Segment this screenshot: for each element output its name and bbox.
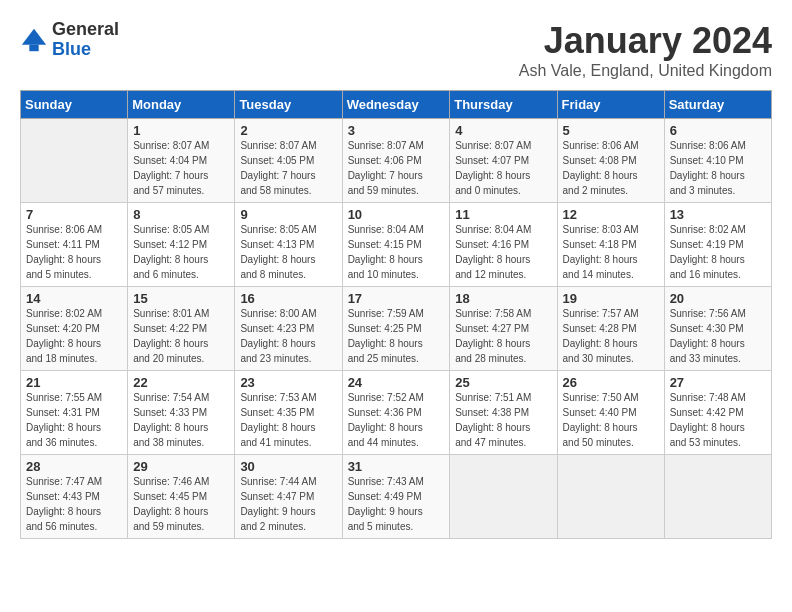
day-info: Sunrise: 8:03 AM Sunset: 4:18 PM Dayligh… [563,222,659,282]
day-info: Sunrise: 7:46 AM Sunset: 4:45 PM Dayligh… [133,474,229,534]
day-number: 4 [455,123,551,138]
day-number: 16 [240,291,336,306]
day-info: Sunrise: 8:06 AM Sunset: 4:10 PM Dayligh… [670,138,766,198]
day-number: 7 [26,207,122,222]
calendar-cell: 5Sunrise: 8:06 AM Sunset: 4:08 PM Daylig… [557,119,664,203]
day-info: Sunrise: 7:59 AM Sunset: 4:25 PM Dayligh… [348,306,445,366]
day-info: Sunrise: 7:48 AM Sunset: 4:42 PM Dayligh… [670,390,766,450]
day-number: 21 [26,375,122,390]
day-info: Sunrise: 8:04 AM Sunset: 4:16 PM Dayligh… [455,222,551,282]
calendar-cell: 25Sunrise: 7:51 AM Sunset: 4:38 PM Dayli… [450,371,557,455]
day-info: Sunrise: 7:47 AM Sunset: 4:43 PM Dayligh… [26,474,122,534]
month-title: January 2024 [519,20,772,62]
day-info: Sunrise: 7:56 AM Sunset: 4:30 PM Dayligh… [670,306,766,366]
calendar-cell: 20Sunrise: 7:56 AM Sunset: 4:30 PM Dayli… [664,287,771,371]
day-number: 18 [455,291,551,306]
calendar-cell: 1Sunrise: 8:07 AM Sunset: 4:04 PM Daylig… [128,119,235,203]
day-number: 20 [670,291,766,306]
svg-marker-1 [22,29,46,45]
calendar-cell: 14Sunrise: 8:02 AM Sunset: 4:20 PM Dayli… [21,287,128,371]
logo-text: General Blue [52,20,119,60]
calendar-cell [664,455,771,539]
day-number: 29 [133,459,229,474]
day-number: 15 [133,291,229,306]
calendar-cell: 30Sunrise: 7:44 AM Sunset: 4:47 PM Dayli… [235,455,342,539]
calendar-cell: 17Sunrise: 7:59 AM Sunset: 4:25 PM Dayli… [342,287,450,371]
day-number: 13 [670,207,766,222]
day-number: 9 [240,207,336,222]
calendar-cell: 6Sunrise: 8:06 AM Sunset: 4:10 PM Daylig… [664,119,771,203]
calendar-cell: 22Sunrise: 7:54 AM Sunset: 4:33 PM Dayli… [128,371,235,455]
day-info: Sunrise: 7:53 AM Sunset: 4:35 PM Dayligh… [240,390,336,450]
calendar-cell [450,455,557,539]
day-number: 31 [348,459,445,474]
day-number: 2 [240,123,336,138]
title-block: January 2024 Ash Vale, England, United K… [519,20,772,80]
day-number: 3 [348,123,445,138]
weekday-header-thursday: Thursday [450,91,557,119]
weekday-header-friday: Friday [557,91,664,119]
day-number: 23 [240,375,336,390]
calendar-cell: 10Sunrise: 8:04 AM Sunset: 4:15 PM Dayli… [342,203,450,287]
page-header: General Blue January 2024 Ash Vale, Engl… [20,20,772,80]
calendar-cell: 21Sunrise: 7:55 AM Sunset: 4:31 PM Dayli… [21,371,128,455]
calendar-week-row: 28Sunrise: 7:47 AM Sunset: 4:43 PM Dayli… [21,455,772,539]
calendar-cell: 4Sunrise: 8:07 AM Sunset: 4:07 PM Daylig… [450,119,557,203]
weekday-header-wednesday: Wednesday [342,91,450,119]
location: Ash Vale, England, United Kingdom [519,62,772,80]
calendar-week-row: 7Sunrise: 8:06 AM Sunset: 4:11 PM Daylig… [21,203,772,287]
calendar-cell: 16Sunrise: 8:00 AM Sunset: 4:23 PM Dayli… [235,287,342,371]
calendar-cell: 26Sunrise: 7:50 AM Sunset: 4:40 PM Dayli… [557,371,664,455]
day-info: Sunrise: 7:44 AM Sunset: 4:47 PM Dayligh… [240,474,336,534]
calendar-cell: 7Sunrise: 8:06 AM Sunset: 4:11 PM Daylig… [21,203,128,287]
calendar-cell: 24Sunrise: 7:52 AM Sunset: 4:36 PM Dayli… [342,371,450,455]
calendar-cell: 11Sunrise: 8:04 AM Sunset: 4:16 PM Dayli… [450,203,557,287]
day-info: Sunrise: 7:43 AM Sunset: 4:49 PM Dayligh… [348,474,445,534]
calendar-cell: 28Sunrise: 7:47 AM Sunset: 4:43 PM Dayli… [21,455,128,539]
calendar-week-row: 14Sunrise: 8:02 AM Sunset: 4:20 PM Dayli… [21,287,772,371]
day-info: Sunrise: 8:06 AM Sunset: 4:08 PM Dayligh… [563,138,659,198]
day-number: 17 [348,291,445,306]
day-info: Sunrise: 7:51 AM Sunset: 4:38 PM Dayligh… [455,390,551,450]
calendar-header-row: SundayMondayTuesdayWednesdayThursdayFrid… [21,91,772,119]
day-info: Sunrise: 8:07 AM Sunset: 4:07 PM Dayligh… [455,138,551,198]
calendar-cell: 8Sunrise: 8:05 AM Sunset: 4:12 PM Daylig… [128,203,235,287]
day-info: Sunrise: 8:06 AM Sunset: 4:11 PM Dayligh… [26,222,122,282]
day-number: 11 [455,207,551,222]
calendar-cell: 18Sunrise: 7:58 AM Sunset: 4:27 PM Dayli… [450,287,557,371]
calendar-cell [21,119,128,203]
day-info: Sunrise: 7:54 AM Sunset: 4:33 PM Dayligh… [133,390,229,450]
day-number: 28 [26,459,122,474]
calendar-cell: 19Sunrise: 7:57 AM Sunset: 4:28 PM Dayli… [557,287,664,371]
day-info: Sunrise: 7:55 AM Sunset: 4:31 PM Dayligh… [26,390,122,450]
calendar-cell: 9Sunrise: 8:05 AM Sunset: 4:13 PM Daylig… [235,203,342,287]
calendar-cell: 23Sunrise: 7:53 AM Sunset: 4:35 PM Dayli… [235,371,342,455]
day-info: Sunrise: 8:02 AM Sunset: 4:19 PM Dayligh… [670,222,766,282]
day-number: 25 [455,375,551,390]
calendar-cell: 13Sunrise: 8:02 AM Sunset: 4:19 PM Dayli… [664,203,771,287]
calendar-week-row: 1Sunrise: 8:07 AM Sunset: 4:04 PM Daylig… [21,119,772,203]
day-info: Sunrise: 8:07 AM Sunset: 4:05 PM Dayligh… [240,138,336,198]
day-number: 19 [563,291,659,306]
svg-rect-2 [29,44,38,51]
day-info: Sunrise: 8:05 AM Sunset: 4:13 PM Dayligh… [240,222,336,282]
weekday-header-tuesday: Tuesday [235,91,342,119]
day-info: Sunrise: 7:52 AM Sunset: 4:36 PM Dayligh… [348,390,445,450]
day-info: Sunrise: 8:07 AM Sunset: 4:06 PM Dayligh… [348,138,445,198]
day-number: 30 [240,459,336,474]
day-info: Sunrise: 7:57 AM Sunset: 4:28 PM Dayligh… [563,306,659,366]
day-info: Sunrise: 8:02 AM Sunset: 4:20 PM Dayligh… [26,306,122,366]
day-number: 1 [133,123,229,138]
day-info: Sunrise: 7:58 AM Sunset: 4:27 PM Dayligh… [455,306,551,366]
calendar-cell: 31Sunrise: 7:43 AM Sunset: 4:49 PM Dayli… [342,455,450,539]
day-info: Sunrise: 8:00 AM Sunset: 4:23 PM Dayligh… [240,306,336,366]
day-number: 12 [563,207,659,222]
day-number: 24 [348,375,445,390]
day-number: 26 [563,375,659,390]
day-number: 27 [670,375,766,390]
day-number: 8 [133,207,229,222]
logo-icon [20,26,48,54]
day-info: Sunrise: 8:07 AM Sunset: 4:04 PM Dayligh… [133,138,229,198]
logo: General Blue [20,20,119,60]
calendar-cell: 29Sunrise: 7:46 AM Sunset: 4:45 PM Dayli… [128,455,235,539]
